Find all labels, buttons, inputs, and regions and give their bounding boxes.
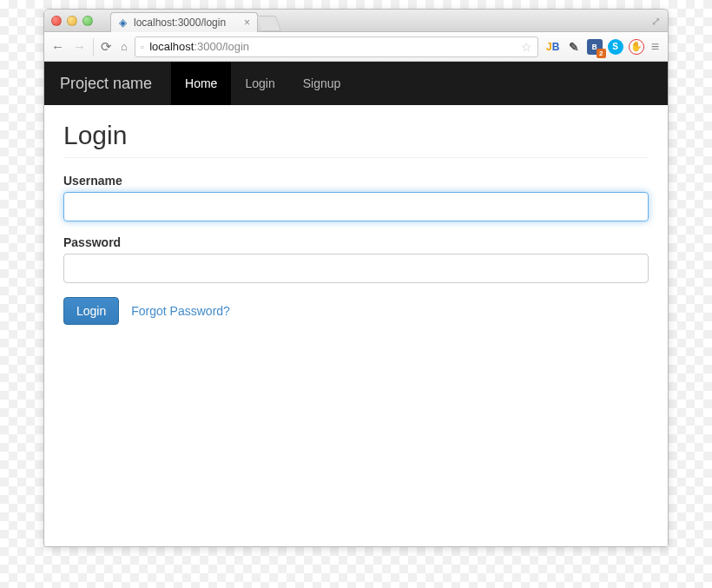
form-group-username: Username (63, 174, 649, 221)
browser-menu-icon[interactable]: ≡ (649, 39, 661, 55)
nav-buttons: ← → (51, 40, 86, 53)
nav-link-login[interactable]: Login (231, 62, 288, 105)
browser-tab[interactable]: ◈ localhost:3000/login × (110, 12, 258, 32)
form-actions: Login Forgot Password? (63, 297, 649, 325)
nav-link-signup[interactable]: Signup (289, 62, 355, 105)
app-navbar: Project name Home Login Signup (44, 62, 668, 105)
window-minimize-button[interactable] (67, 16, 77, 26)
tab-close-icon[interactable]: × (244, 17, 250, 29)
nav-link-label: Signup (303, 76, 341, 90)
nav-link-home[interactable]: Home (171, 62, 231, 105)
url-path: :3000/login (194, 40, 249, 53)
forgot-password-link[interactable]: Forgot Password? (131, 304, 230, 318)
nav-buttons-2: ⟳ ⌂ (101, 40, 128, 53)
extension-adblock-icon[interactable]: ✋ (629, 39, 644, 55)
extension-eyedropper-icon[interactable]: ✎ (566, 39, 582, 55)
reload-button[interactable]: ⟳ (101, 40, 112, 53)
new-tab-button[interactable] (257, 16, 282, 31)
extension-jb-icon[interactable]: JB (545, 39, 561, 55)
browser-window: ◈ localhost:3000/login × ⤢ ← → ⟳ ⌂ ▫ loc… (43, 9, 669, 547)
extension-skype-icon[interactable]: S (608, 39, 623, 55)
extension-icons: JB ✎ в S ✋ ≡ (545, 39, 661, 55)
form-group-password: Password (63, 235, 649, 283)
tab-title: localhost:3000/login (134, 17, 239, 29)
url-bar[interactable]: ▫ localhost:3000/login ☆ (135, 36, 538, 57)
page-title: Login (63, 121, 649, 158)
window-close-button[interactable] (51, 16, 62, 26)
browser-toolbar: ← → ⟳ ⌂ ▫ localhost:3000/login ☆ JB ✎ в … (44, 32, 668, 62)
extension-vk-icon[interactable]: в (587, 39, 603, 55)
home-button[interactable]: ⌂ (121, 41, 128, 52)
login-button[interactable]: Login (63, 297, 119, 325)
password-input[interactable] (63, 254, 649, 283)
bookmark-star-icon[interactable]: ☆ (521, 40, 532, 54)
tab-strip: ◈ localhost:3000/login × (110, 12, 279, 32)
traffic-lights (51, 16, 93, 26)
password-label: Password (63, 235, 649, 249)
window-maximize-button[interactable] (82, 16, 93, 26)
brand[interactable]: Project name (60, 75, 152, 93)
username-input[interactable] (63, 192, 649, 221)
url-host: localhost (149, 40, 194, 53)
nav-link-label: Login (245, 76, 274, 90)
page-header: Login (63, 121, 649, 158)
page-content: Login Username Password Login Forgot Pas… (44, 105, 668, 340)
nav-link-label: Home (185, 76, 217, 90)
page-viewport: Project name Home Login Signup Login Use… (44, 62, 668, 546)
back-button[interactable]: ← (51, 40, 64, 53)
username-label: Username (63, 174, 649, 188)
favicon-icon: ◈ (116, 17, 129, 29)
forward-button[interactable]: → (73, 40, 86, 53)
toolbar-separator (93, 38, 94, 56)
page-icon: ▫ (141, 41, 144, 53)
titlebar: ◈ localhost:3000/login × ⤢ (44, 10, 668, 32)
fullscreen-icon[interactable]: ⤢ (651, 15, 661, 28)
